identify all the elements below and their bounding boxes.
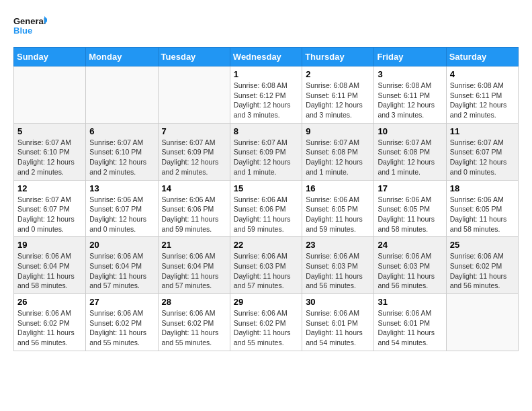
day-info: Sunrise: 6:06 AM Sunset: 6:04 PM Dayligh… [89,251,154,291]
day-cell-3: 3Sunrise: 6:08 AM Sunset: 6:11 PM Daylig… [374,66,446,124]
day-cell-5: 5Sunrise: 6:07 AM Sunset: 6:10 PM Daylig… [14,123,86,180]
day-cell-7: 7Sunrise: 6:07 AM Sunset: 6:09 PM Daylig… [158,123,230,180]
day-number: 4 [450,69,515,79]
day-number: 11 [450,126,515,136]
day-cell-6: 6Sunrise: 6:07 AM Sunset: 6:10 PM Daylig… [86,123,158,180]
day-cell-10: 10Sunrise: 6:07 AM Sunset: 6:08 PM Dayli… [374,123,446,180]
day-number: 14 [162,183,226,193]
day-info: Sunrise: 6:07 AM Sunset: 6:09 PM Dayligh… [162,138,226,177]
weekday-sunday: Sunday [14,48,86,66]
day-info: Sunrise: 6:06 AM Sunset: 6:05 PM Dayligh… [450,195,515,234]
day-info: Sunrise: 6:07 AM Sunset: 6:07 PM Dayligh… [450,138,515,177]
day-number: 19 [17,240,82,250]
day-info: Sunrise: 6:06 AM Sunset: 6:05 PM Dayligh… [378,195,442,234]
week-row-4: 19Sunrise: 6:06 AM Sunset: 6:04 PM Dayli… [14,237,519,294]
day-cell-29: 29Sunrise: 6:06 AM Sunset: 6:02 PM Dayli… [230,294,302,351]
day-number: 10 [378,126,442,136]
day-info: Sunrise: 6:06 AM Sunset: 6:06 PM Dayligh… [162,195,226,234]
day-cell-27: 27Sunrise: 6:06 AM Sunset: 6:02 PM Dayli… [86,294,158,351]
day-number: 18 [450,183,515,193]
day-cell-19: 19Sunrise: 6:06 AM Sunset: 6:04 PM Dayli… [14,237,86,294]
day-number: 31 [378,297,442,307]
day-cell-17: 17Sunrise: 6:06 AM Sunset: 6:05 PM Dayli… [374,180,446,237]
day-cell-20: 20Sunrise: 6:06 AM Sunset: 6:04 PM Dayli… [86,237,158,294]
day-info: Sunrise: 6:06 AM Sunset: 6:07 PM Dayligh… [89,195,154,234]
day-cell-12: 12Sunrise: 6:07 AM Sunset: 6:07 PM Dayli… [14,180,86,237]
day-cell-28: 28Sunrise: 6:06 AM Sunset: 6:02 PM Dayli… [158,294,230,351]
day-info: Sunrise: 6:07 AM Sunset: 6:10 PM Dayligh… [89,138,154,177]
weekday-thursday: Thursday [302,48,374,66]
weekday-header-row: SundayMondayTuesdayWednesdayThursdayFrid… [14,48,519,66]
day-number: 9 [306,126,370,136]
day-cell-31: 31Sunrise: 6:06 AM Sunset: 6:01 PM Dayli… [374,294,446,351]
day-info: Sunrise: 6:06 AM Sunset: 6:02 PM Dayligh… [89,308,154,348]
day-info: Sunrise: 6:07 AM Sunset: 6:07 PM Dayligh… [17,195,82,234]
svg-text:General: General [13,16,46,26]
day-number: 7 [162,126,226,136]
weekday-friday: Friday [374,48,446,66]
day-number: 23 [306,240,370,250]
day-info: Sunrise: 6:06 AM Sunset: 6:04 PM Dayligh… [162,251,226,291]
day-info: Sunrise: 6:08 AM Sunset: 6:11 PM Dayligh… [450,81,515,120]
day-number: 15 [234,183,298,193]
calendar-body: 1Sunrise: 6:08 AM Sunset: 6:12 PM Daylig… [14,66,519,351]
weekday-tuesday: Tuesday [158,48,230,66]
day-number: 25 [450,240,515,250]
weekday-wednesday: Wednesday [230,48,302,66]
day-info: Sunrise: 6:06 AM Sunset: 6:05 PM Dayligh… [306,195,370,234]
day-cell-18: 18Sunrise: 6:06 AM Sunset: 6:05 PM Dayli… [446,180,518,237]
day-info: Sunrise: 6:07 AM Sunset: 6:08 PM Dayligh… [306,138,370,177]
week-row-1: 1Sunrise: 6:08 AM Sunset: 6:12 PM Daylig… [14,66,519,124]
day-cell-21: 21Sunrise: 6:06 AM Sunset: 6:04 PM Dayli… [158,237,230,294]
day-cell-1: 1Sunrise: 6:08 AM Sunset: 6:12 PM Daylig… [230,66,302,124]
day-number: 30 [306,297,370,307]
day-info: Sunrise: 6:08 AM Sunset: 6:11 PM Dayligh… [378,81,442,120]
empty-cell [14,66,86,124]
day-cell-11: 11Sunrise: 6:07 AM Sunset: 6:07 PM Dayli… [446,123,518,180]
day-number: 5 [17,126,82,136]
day-info: Sunrise: 6:06 AM Sunset: 6:01 PM Dayligh… [306,308,370,348]
day-cell-26: 26Sunrise: 6:06 AM Sunset: 6:02 PM Dayli… [14,294,86,351]
day-info: Sunrise: 6:06 AM Sunset: 6:06 PM Dayligh… [234,195,298,234]
day-cell-23: 23Sunrise: 6:06 AM Sunset: 6:03 PM Dayli… [302,237,374,294]
day-number: 21 [162,240,226,250]
empty-cell [86,66,158,124]
week-row-3: 12Sunrise: 6:07 AM Sunset: 6:07 PM Dayli… [14,180,519,237]
day-number: 3 [378,69,442,79]
day-number: 13 [89,183,154,193]
week-row-5: 26Sunrise: 6:06 AM Sunset: 6:02 PM Dayli… [14,294,519,351]
day-number: 28 [162,297,226,307]
page-header: General Blue [13,13,519,40]
day-info: Sunrise: 6:06 AM Sunset: 6:01 PM Dayligh… [378,308,442,348]
week-row-2: 5Sunrise: 6:07 AM Sunset: 6:10 PM Daylig… [14,123,519,180]
day-cell-13: 13Sunrise: 6:06 AM Sunset: 6:07 PM Dayli… [86,180,158,237]
day-cell-2: 2Sunrise: 6:08 AM Sunset: 6:11 PM Daylig… [302,66,374,124]
day-info: Sunrise: 6:08 AM Sunset: 6:12 PM Dayligh… [234,81,298,120]
day-info: Sunrise: 6:06 AM Sunset: 6:04 PM Dayligh… [17,251,82,291]
day-info: Sunrise: 6:08 AM Sunset: 6:11 PM Dayligh… [306,81,370,120]
day-number: 1 [234,69,298,79]
weekday-saturday: Saturday [446,48,518,66]
day-info: Sunrise: 6:07 AM Sunset: 6:08 PM Dayligh… [378,138,442,177]
day-number: 6 [89,126,154,136]
weekday-monday: Monday [86,48,158,66]
day-number: 12 [17,183,82,193]
day-info: Sunrise: 6:07 AM Sunset: 6:10 PM Dayligh… [17,138,82,177]
day-cell-14: 14Sunrise: 6:06 AM Sunset: 6:06 PM Dayli… [158,180,230,237]
day-cell-9: 9Sunrise: 6:07 AM Sunset: 6:08 PM Daylig… [302,123,374,180]
day-info: Sunrise: 6:07 AM Sunset: 6:09 PM Dayligh… [234,138,298,177]
day-cell-30: 30Sunrise: 6:06 AM Sunset: 6:01 PM Dayli… [302,294,374,351]
day-cell-16: 16Sunrise: 6:06 AM Sunset: 6:05 PM Dayli… [302,180,374,237]
day-cell-22: 22Sunrise: 6:06 AM Sunset: 6:03 PM Dayli… [230,237,302,294]
day-info: Sunrise: 6:06 AM Sunset: 6:03 PM Dayligh… [306,251,370,291]
day-info: Sunrise: 6:06 AM Sunset: 6:02 PM Dayligh… [234,308,298,348]
day-info: Sunrise: 6:06 AM Sunset: 6:02 PM Dayligh… [17,308,82,348]
logo-svg: General Blue [13,13,47,40]
svg-text:Blue: Blue [13,26,32,36]
day-number: 17 [378,183,442,193]
day-cell-15: 15Sunrise: 6:06 AM Sunset: 6:06 PM Dayli… [230,180,302,237]
day-number: 20 [89,240,154,250]
day-number: 24 [378,240,442,250]
day-cell-4: 4Sunrise: 6:08 AM Sunset: 6:11 PM Daylig… [446,66,518,124]
day-info: Sunrise: 6:06 AM Sunset: 6:03 PM Dayligh… [378,251,442,291]
